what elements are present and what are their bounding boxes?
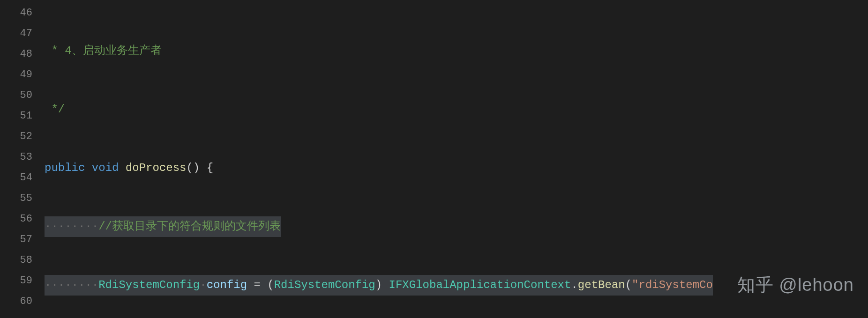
line-number: 55: [0, 188, 45, 209]
line-number: 59: [0, 271, 45, 291]
comment: //获取目录下的符合规则的文件列表: [98, 220, 281, 233]
line-number: 46: [0, 3, 45, 23]
type-name: IFXGlobalApplicationContext: [389, 279, 571, 291]
method-name: doProcess: [126, 162, 187, 174]
line-number: 60: [0, 291, 45, 312]
type-name: RdiSystemConfig: [274, 279, 375, 291]
line-number: 47: [0, 23, 45, 44]
code-line[interactable]: ········//获取目录下的符合规则的文件列表: [45, 216, 868, 237]
line-number: 50: [0, 85, 45, 106]
line-number: 54: [0, 168, 45, 188]
comment: * 4、启动业务生产者: [51, 44, 161, 57]
keyword-void: void: [92, 162, 119, 174]
code-line[interactable]: ········RdiSystemConfig·config = (RdiSys…: [45, 275, 868, 296]
line-number: 56: [0, 209, 45, 229]
line-number: 52: [0, 126, 45, 147]
line-number: 57: [0, 229, 45, 250]
method-call: getBean: [578, 279, 625, 291]
code-area[interactable]: * 4、启动业务生产者 */ public void doProcess() {…: [45, 0, 868, 318]
line-number: 48: [0, 44, 45, 65]
line-number-gutter: 46 47 48 49 50 51 52 53 54 55 56 57 58 5…: [0, 0, 45, 318]
code-line[interactable]: */: [45, 99, 868, 120]
line-number: 53: [0, 147, 45, 168]
line-number: 49: [0, 65, 45, 85]
code-line[interactable]: * 4、启动业务生产者: [45, 41, 868, 61]
comment: */: [51, 103, 65, 116]
keyword-public: public: [45, 162, 85, 174]
code-editor[interactable]: 46 47 48 49 50 51 52 53 54 55 56 57 58 5…: [0, 0, 868, 318]
variable: config: [207, 279, 247, 291]
line-number: 58: [0, 250, 45, 271]
line-number: 51: [0, 106, 45, 126]
string-literal: "rdiSystemCo: [632, 279, 713, 291]
code-line[interactable]: public void doProcess() {: [45, 158, 868, 178]
type-name: RdiSystemConfig: [98, 279, 200, 291]
